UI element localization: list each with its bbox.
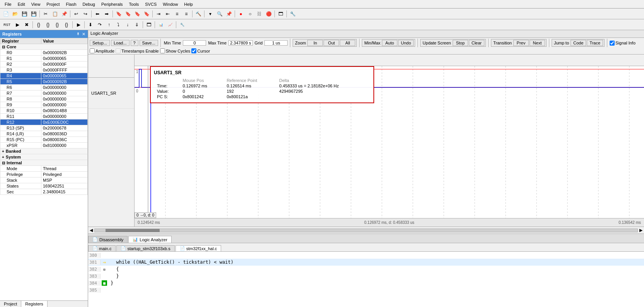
tb-step-into[interactable]: ⬇	[86, 20, 95, 29]
timestamps-check[interactable]	[116, 48, 121, 53]
file-tab-startup[interactable]: 📄 startup_stm32f103xb.s	[116, 245, 174, 251]
table-row[interactable]: R11 0x00000000	[0, 114, 88, 119]
scroll-thumb[interactable]	[106, 229, 160, 232]
table-row[interactable]: R15 (PC) 0x0800036C	[0, 137, 88, 143]
tb-bm4[interactable]: 🔖	[142, 10, 151, 18]
tb-outdent[interactable]: ⇤	[164, 10, 172, 18]
registers-dock-icon[interactable]: 🖈	[76, 32, 80, 37]
table-row[interactable]: R7 0x00000000	[0, 90, 88, 96]
tb-fmt2[interactable]: ≡	[182, 10, 191, 18]
internal-group-header[interactable]: ⊟Internal	[0, 160, 88, 166]
show-cycles-checkbox[interactable]: Show Cycles	[160, 48, 191, 53]
tb-fmt1[interactable]: ≡	[173, 10, 181, 18]
tb-search[interactable]: 🔍	[215, 10, 224, 18]
tb-rst[interactable]: RST	[2, 20, 12, 29]
file-tab-hal[interactable]: 📄 stm32f1xx_hal.c	[175, 245, 221, 251]
table-row[interactable]: R2 0x0000000F	[0, 61, 88, 67]
tb-back[interactable]: ⬅	[93, 10, 102, 18]
tb-cut[interactable]: ✂	[41, 10, 50, 18]
zoom-all-button[interactable]: All	[340, 40, 355, 46]
cursor-check[interactable]	[191, 48, 196, 53]
tb-dbg2[interactable]: ✖	[22, 20, 31, 29]
signal-info-check[interactable]	[610, 41, 615, 46]
tb-fwd[interactable]: ➡	[102, 10, 111, 18]
amplitude-checkbox[interactable]: Amplitude	[90, 48, 114, 53]
registers-tab[interactable]: Registers	[21, 301, 47, 307]
core-group-header[interactable]: ⊟Core	[0, 44, 88, 50]
tb-bookmark[interactable]: 🔖	[114, 10, 123, 18]
banked-group-header[interactable]: +Banked	[0, 148, 88, 154]
tb-braces4[interactable]: {}	[62, 20, 71, 29]
registers-close-icon[interactable]: ✕	[82, 32, 85, 37]
trace-button[interactable]: Trace	[587, 40, 603, 46]
tb-step-out[interactable]: ↑	[105, 20, 113, 29]
tb-redo[interactable]: ↪	[81, 10, 90, 18]
menu-svcs[interactable]: SVCS	[142, 1, 160, 7]
menu-window[interactable]: Window	[160, 1, 181, 7]
zoom-in-button[interactable]: In	[307, 40, 323, 46]
code-area[interactable]: 380 381 ⇒ while ((HAL_GetTick() - tickst…	[88, 252, 644, 307]
table-row[interactable]: R12 0xE000ED0C	[0, 119, 88, 125]
show-cycles-check[interactable]	[160, 48, 165, 53]
scroll-right-icon[interactable]: ▶	[638, 228, 644, 233]
tb-open[interactable]: 📂	[11, 10, 19, 18]
tb-periph[interactable]: 🔧	[178, 20, 186, 29]
tb-dbg-window[interactable]: 🗖	[145, 20, 153, 29]
code-button[interactable]: Code	[571, 40, 586, 46]
la-scrollbar[interactable]: ◀ ▶	[88, 227, 644, 234]
tb-build[interactable]: 🔨	[194, 10, 203, 18]
timestamps-checkbox[interactable]: Timestamps Enable	[116, 48, 159, 53]
menu-tools[interactable]: Tools	[126, 1, 142, 7]
tb-copy[interactable]: 📋	[51, 10, 59, 18]
table-row[interactable]: R10 0x080014B8	[0, 108, 88, 114]
table-row[interactable]: R4 0x00000065	[0, 73, 88, 79]
amplitude-check[interactable]	[90, 48, 95, 53]
menu-file[interactable]: File	[2, 1, 15, 7]
help-button[interactable]: ?	[131, 40, 138, 46]
prev-button[interactable]: Prev	[513, 40, 529, 46]
tb-step-inst2[interactable]: ⇓	[133, 20, 141, 29]
tb-settings[interactable]: 🔧	[288, 10, 297, 18]
next-button[interactable]: Next	[530, 40, 545, 46]
disassembly-tab[interactable]: 📄 Disassembly	[88, 236, 128, 243]
table-row[interactable]: R6 0x00000000	[0, 85, 88, 90]
tb-debug-link[interactable]: ⛓	[255, 10, 264, 18]
menu-debug[interactable]: Debug	[80, 1, 98, 7]
tb-new[interactable]: 📄	[2, 10, 10, 18]
tb-save2[interactable]: 💾	[29, 10, 38, 18]
table-row[interactable]: R3 0x0000FFFF	[0, 67, 88, 73]
system-group-header[interactable]: +System	[0, 154, 88, 160]
tb-run-to[interactable]: ⤵	[114, 20, 123, 29]
tb-step-inst[interactable]: ↓	[123, 20, 132, 29]
file-tab-main-c[interactable]: 📄 main.c	[88, 245, 116, 251]
tb-run[interactable]: ▶	[74, 20, 83, 29]
table-row[interactable]: R13 (SP) 0x20000678	[0, 125, 88, 131]
scroll-left-icon[interactable]: ◀	[88, 228, 94, 233]
project-tab[interactable]: Project	[0, 301, 21, 307]
table-row[interactable]: xPSR 0x81000000	[0, 143, 88, 148]
tb-braces1[interactable]: {}	[34, 20, 43, 29]
tb-braces2[interactable]: {}	[44, 20, 52, 29]
menu-help[interactable]: Help	[181, 1, 196, 7]
menu-edit[interactable]: Edit	[15, 1, 28, 7]
tb-save[interactable]: 💾	[20, 10, 29, 18]
tb-debug-circle[interactable]: ●	[237, 10, 245, 18]
la-waveform-area[interactable]: 1 0 USART1_SR Mouse Pos	[135, 55, 644, 227]
tb-la[interactable]: 📈	[166, 20, 174, 29]
load-button[interactable]: Load...	[111, 40, 129, 46]
tb-braces3[interactable]: {}	[53, 20, 61, 29]
table-row[interactable]: R8 0x00000000	[0, 96, 88, 102]
table-row[interactable]: R1 0x00000065	[0, 56, 88, 61]
zoom-out-button[interactable]: Out	[324, 40, 339, 46]
stop-button[interactable]: Stop	[453, 40, 468, 46]
scroll-track[interactable]	[94, 229, 638, 232]
tb-paste[interactable]: 📌	[60, 10, 68, 18]
tb-mem[interactable]: 📊	[157, 20, 165, 29]
table-row[interactable]: R14 (LR) 0x0800036D	[0, 131, 88, 137]
tb-indent[interactable]: ⇥	[154, 10, 163, 18]
menu-project[interactable]: Project	[43, 1, 63, 7]
menu-view[interactable]: View	[28, 1, 44, 7]
tb-debug-circle2[interactable]: ○	[246, 10, 254, 18]
cursor-checkbox[interactable]: Cursor	[191, 48, 210, 53]
logic-analyzer-tab[interactable]: 📊 Logic Analyzer	[128, 236, 172, 243]
